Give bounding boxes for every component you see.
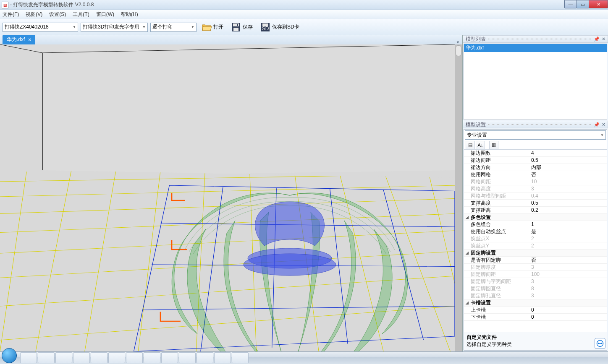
folder-open-icon: [202, 22, 212, 32]
property-row[interactable]: 固定脚孔直径3: [464, 292, 607, 299]
property-row[interactable]: 多色组合1: [464, 221, 607, 228]
task-item[interactable]: [214, 352, 231, 363]
menu-file[interactable]: 文件(F): [3, 11, 19, 18]
task-item[interactable]: [161, 352, 178, 363]
profile-value: 打得快3D打印发光字专用: [83, 23, 139, 31]
settings-mode-combo[interactable]: 专业设置▼: [465, 130, 606, 140]
task-item[interactable]: [232, 352, 249, 363]
task-item[interactable]: [38, 352, 55, 363]
property-value[interactable]: 内部: [529, 164, 607, 171]
window-title: - 打得快发光字模型转换软件 V2.0.0.8: [10, 1, 94, 8]
pin-icon[interactable]: 📌: [594, 122, 600, 127]
property-group[interactable]: ◢多色设置: [464, 214, 607, 221]
property-label: 固定脚厚度: [470, 264, 529, 271]
property-row[interactable]: 固定脚与字壳间距3: [464, 278, 607, 285]
categorized-icon[interactable]: ▤: [466, 141, 475, 149]
task-item[interactable]: [55, 352, 72, 363]
property-value[interactable]: 4: [529, 150, 607, 156]
task-item[interactable]: [179, 352, 196, 363]
scroll-handle[interactable]: [456, 45, 461, 56]
menu-settings[interactable]: 设置(S): [49, 11, 66, 18]
open-button[interactable]: 打开: [199, 21, 226, 34]
property-row[interactable]: 支撑距离0.2: [464, 207, 607, 214]
property-label: 网格与模型间距: [470, 192, 529, 200]
property-row[interactable]: 换丝点Y2: [464, 242, 607, 250]
menu-view[interactable]: 视图(V): [26, 11, 42, 18]
model-settings-header: 模型设置 📌 ×: [463, 121, 608, 128]
start-button[interactable]: [2, 348, 17, 363]
save-button[interactable]: 保存: [228, 21, 255, 34]
property-value[interactable]: 1: [529, 221, 607, 227]
property-value[interactable]: 0: [529, 307, 607, 313]
panel-close-icon[interactable]: ×: [602, 122, 605, 127]
svg-rect-44: [599, 343, 601, 344]
property-row[interactable]: 裙边方向内部: [464, 164, 607, 171]
tab-close-icon[interactable]: ×: [28, 37, 31, 43]
expand-icon[interactable]: ◢: [464, 251, 470, 255]
property-label: 下卡槽: [470, 314, 529, 321]
printer-combo[interactable]: 打得快ZX40402018▼: [3, 23, 78, 32]
task-item[interactable]: [126, 352, 143, 363]
property-value[interactable]: 0.5: [529, 200, 607, 206]
property-row[interactable]: 上卡槽0: [464, 307, 607, 314]
property-value[interactable]: 0.2: [529, 207, 607, 213]
model-list-title: 模型列表: [466, 36, 486, 43]
property-value: 2: [529, 236, 607, 242]
property-value[interactable]: 否: [529, 171, 607, 178]
property-row[interactable]: 网格间距10: [464, 178, 607, 185]
property-label: 换丝点X: [470, 235, 529, 242]
property-row[interactable]: 网格高度3: [464, 185, 607, 192]
task-item[interactable]: [20, 352, 37, 363]
model-list-item[interactable]: 华为.dxf: [464, 44, 607, 52]
document-tab[interactable]: 华为.dxf ×: [3, 35, 35, 44]
menu-tools[interactable]: 工具(T): [73, 11, 89, 18]
maximize-button[interactable]: ▭: [577, 0, 589, 8]
property-row[interactable]: 下卡槽0: [464, 314, 607, 321]
pin-icon[interactable]: 📌: [594, 36, 600, 42]
minimize-button[interactable]: —: [564, 0, 577, 8]
property-label: 固定脚间距: [470, 271, 529, 278]
menu-help[interactable]: 帮助(H): [121, 11, 138, 18]
property-row[interactable]: 裙边圈数4: [464, 150, 607, 157]
menu-window[interactable]: 窗口(W): [96, 11, 114, 18]
property-value[interactable]: 否: [529, 257, 607, 264]
property-row[interactable]: 固定脚圆直径8: [464, 285, 607, 292]
property-value: 10: [529, 179, 607, 185]
property-row[interactable]: 固定脚间距100: [464, 271, 607, 278]
save-sd-button[interactable]: SD 保存到SD卡: [258, 21, 302, 34]
property-row[interactable]: 支撑高度0.5: [464, 200, 607, 207]
sort-alpha-icon[interactable]: A↓: [476, 141, 485, 149]
property-row[interactable]: 换丝点X2: [464, 235, 607, 242]
property-row[interactable]: 网格与模型间距0.4: [464, 192, 607, 200]
expand-icon[interactable]: ◢: [464, 301, 470, 305]
property-group[interactable]: ◢固定脚设置: [464, 250, 607, 257]
expand-icon[interactable]: ◢: [464, 215, 470, 219]
property-value[interactable]: 是: [529, 228, 607, 235]
print-mode-combo[interactable]: 逐个打印▼: [150, 23, 197, 32]
property-row[interactable]: 裙边间距0.5: [464, 157, 607, 164]
taskbar[interactable]: [0, 351, 608, 364]
model-list[interactable]: 华为.dxf: [464, 44, 607, 120]
viewport-3d[interactable]: [0, 44, 455, 351]
tab-overflow-icon[interactable]: ▼: [456, 40, 460, 44]
property-row[interactable]: 使用自动换丝点是: [464, 228, 607, 235]
task-item[interactable]: [91, 352, 107, 363]
property-value[interactable]: 0: [529, 314, 607, 320]
property-pages-icon[interactable]: ▥: [489, 141, 498, 149]
task-item[interactable]: [73, 352, 90, 363]
task-item[interactable]: [144, 352, 160, 363]
property-row[interactable]: 固定脚厚度3: [464, 264, 607, 271]
property-grid[interactable]: 裙边圈数4裙边间距0.5裙边方向内部使用网格否网格间距10网格高度3网格与模型间…: [464, 150, 607, 332]
property-group[interactable]: ◢卡槽设置: [464, 299, 607, 307]
panel-close-icon[interactable]: ×: [602, 36, 605, 42]
property-value[interactable]: 0.5: [529, 157, 607, 163]
property-row[interactable]: 是否有固定脚否: [464, 257, 607, 264]
property-row[interactable]: 使用网格否: [464, 171, 607, 178]
chevron-down-icon: ▼: [142, 25, 146, 29]
teamviewer-icon[interactable]: [595, 338, 605, 349]
close-button[interactable]: ✕: [589, 0, 608, 8]
property-value: 2: [529, 243, 607, 249]
task-item[interactable]: [108, 352, 125, 363]
task-item[interactable]: [197, 352, 213, 363]
profile-combo[interactable]: 打得快3D打印发光字专用▼: [81, 23, 148, 32]
